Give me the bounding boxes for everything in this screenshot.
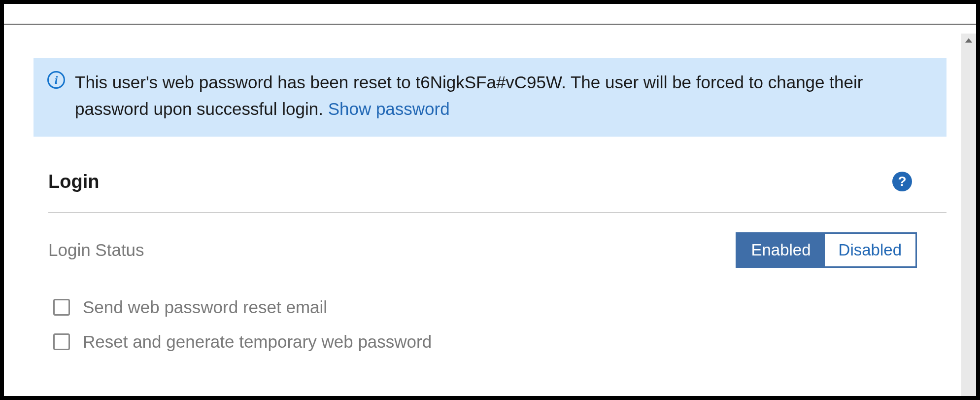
enabled-toggle-button[interactable]: Enabled xyxy=(737,234,824,266)
info-message-prefix: This user's web password has been reset … xyxy=(75,73,415,92)
help-icon[interactable]: ? xyxy=(892,172,912,191)
section-divider xyxy=(48,212,946,213)
login-status-label: Login Status xyxy=(48,240,144,260)
info-password-value: t6NigkSFa#vC95W xyxy=(415,73,561,92)
login-section-title: Login xyxy=(48,171,99,192)
vertical-scrollbar[interactable] xyxy=(961,34,976,396)
info-banner-text: This user's web password has been reset … xyxy=(75,69,933,123)
show-password-link[interactable]: Show password xyxy=(328,99,450,118)
info-icon: i xyxy=(47,71,65,89)
password-reset-info-banner: i This user's web password has been rese… xyxy=(34,58,946,137)
disabled-toggle-button[interactable]: Disabled xyxy=(825,234,915,266)
send-reset-email-label: Send web password reset email xyxy=(83,297,327,317)
login-status-toggle: Enabled Disabled xyxy=(736,232,917,268)
scroll-up-arrow-icon[interactable] xyxy=(961,34,976,48)
send-reset-email-checkbox[interactable] xyxy=(53,299,70,316)
top-divider xyxy=(4,24,976,25)
generate-temp-password-checkbox[interactable] xyxy=(53,333,70,350)
generate-temp-password-label: Reset and generate temporary web passwor… xyxy=(83,332,432,352)
